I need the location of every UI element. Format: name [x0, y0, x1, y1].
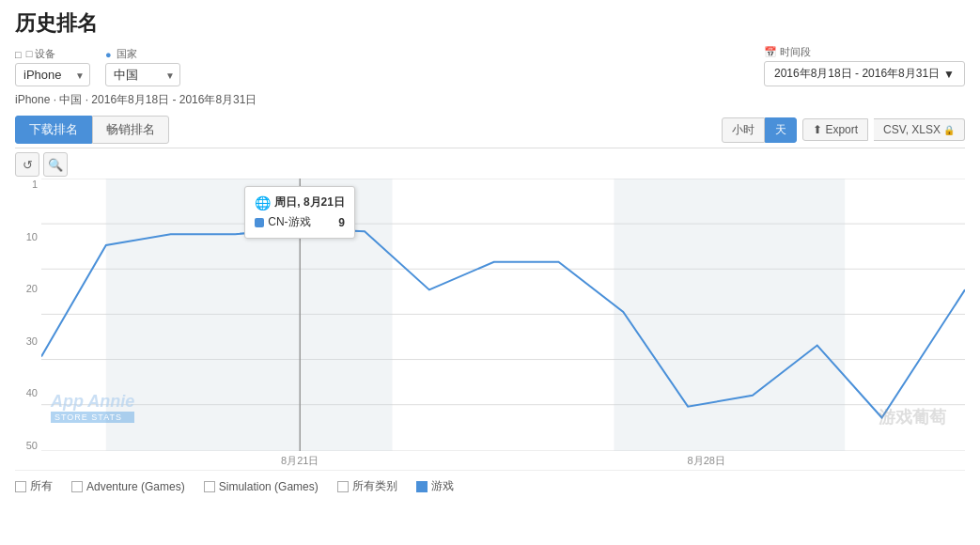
- chart-container: 1 10 20 30 40 50: [15, 179, 965, 470]
- y-label-30: 30: [26, 335, 38, 347]
- legend-checkbox-simulation: [204, 481, 215, 492]
- chart-subtitle: iPhone · 中国 · 2016年8月18日 - 2016年8月31日: [15, 92, 965, 108]
- legend-checkbox-adventure: [71, 481, 83, 492]
- legend-item-all[interactable]: 所有: [15, 478, 53, 494]
- date-range-control-group: 📅 时间段 2016年8月18日 - 2016年8月31日 ▼: [764, 45, 965, 86]
- csv-label: CSV, XLSX: [883, 123, 941, 136]
- chart-tools: ↺ 🔍: [15, 152, 965, 177]
- device-control-group: □ □ 设备 iPhone iPad ▼: [15, 47, 90, 86]
- svg-rect-9: [614, 179, 845, 451]
- legend-label-adventure: Adventure (Games): [86, 480, 185, 493]
- controls-left: □ □ 设备 iPhone iPad ▼ ● 国家: [15, 47, 180, 86]
- country-select-wrapper: 中国 美国 日本 ▼: [105, 63, 180, 86]
- chart-reset-button[interactable]: ↺: [15, 152, 39, 177]
- tooltip-globe-icon: 🌐: [255, 195, 271, 210]
- country-control-group: ● 国家 中国 美国 日本 ▼: [105, 47, 180, 86]
- legend-row: 所有 Adventure (Games) Simulation (Games) …: [15, 470, 965, 494]
- chart-zoom-button[interactable]: 🔍: [43, 152, 68, 177]
- legend-label-allcat: 所有类别: [352, 478, 397, 494]
- y-label-1: 1: [32, 179, 38, 190]
- legend-checkbox-allcat: [337, 481, 349, 492]
- country-label: ● 国家: [105, 47, 180, 61]
- controls-row: □ □ 设备 iPhone iPad ▼ ● 国家: [15, 45, 965, 86]
- tooltip-date: 🌐 周日, 8月21日: [255, 195, 345, 210]
- y-axis: 1 10 20 30 40 50: [15, 179, 41, 451]
- legend-label-all: 所有: [30, 478, 53, 494]
- date-range-value: 2016年8月18日 - 2016年8月31日: [774, 66, 940, 82]
- chart-tooltip: 🌐 周日, 8月21日 CN-游戏 9: [244, 186, 355, 239]
- time-day-button[interactable]: 天: [765, 117, 797, 143]
- device-label: □ □ 设备: [15, 47, 90, 61]
- country-icon: ●: [105, 49, 112, 60]
- date-range-button[interactable]: 2016年8月18日 - 2016年8月31日 ▼: [764, 61, 965, 86]
- date-range-label: 📅 时间段: [764, 45, 965, 59]
- legend-label-simulation: Simulation (Games): [219, 480, 319, 493]
- tooltip-item: CN-游戏 9: [255, 214, 345, 230]
- chart-svg: [41, 179, 965, 451]
- main-page: 历史排名 □ □ 设备 iPhone iPad ▼: [0, 0, 980, 504]
- legend-item-simulation[interactable]: Simulation (Games): [204, 480, 319, 493]
- csv-button[interactable]: CSV, XLSX 🔒: [874, 118, 965, 141]
- legend-label-games: 游戏: [431, 478, 454, 494]
- legend-checkbox-games: [416, 481, 428, 492]
- date-range-dropdown-icon: ▼: [943, 68, 955, 81]
- legend-item-adventure[interactable]: Adventure (Games): [71, 480, 185, 493]
- page-title: 历史排名: [15, 9, 965, 38]
- right-controls: 小时 天 ⬆ Export CSV, XLSX 🔒: [722, 117, 965, 143]
- tooltip-dot: [255, 218, 264, 227]
- y-label-50: 50: [26, 440, 38, 451]
- tab-download[interactable]: 下载排名: [15, 116, 92, 144]
- tab-export-row: 下载排名 畅销排名 小时 天 ⬆ Export CSV, XLSX 🔒: [15, 116, 965, 148]
- time-hour-button[interactable]: 小时: [722, 117, 765, 143]
- watermark-top: App Annie: [51, 392, 134, 412]
- y-label-20: 20: [26, 283, 38, 294]
- legend-checkbox-all: [15, 481, 26, 492]
- watermark-bot: STORE STATS: [51, 412, 134, 423]
- x-axis: 8月21日 8月28日: [41, 451, 965, 470]
- lock-icon: 🔒: [943, 125, 955, 135]
- export-button[interactable]: ⬆ Export: [802, 118, 868, 141]
- watermark-appannie: App Annie STORE STATS: [51, 392, 134, 423]
- country-select[interactable]: 中国 美国 日本: [105, 63, 180, 86]
- tab-trending[interactable]: 畅销排名: [92, 116, 169, 144]
- tooltip-item-value: 9: [338, 216, 345, 229]
- legend-item-games[interactable]: 游戏: [416, 478, 454, 494]
- y-label-40: 40: [26, 387, 38, 398]
- chart-plot: App Annie STORE STATS 游戏葡萄 🌐 周日, 8月21日 C…: [41, 179, 965, 451]
- device-icon: □: [15, 49, 22, 60]
- calendar-icon: 📅: [764, 46, 777, 58]
- tab-group: 下载排名 畅销排名: [15, 116, 169, 144]
- tooltip-item-name: CN-游戏: [268, 214, 310, 230]
- chart-area: 1 10 20 30 40 50: [15, 179, 965, 470]
- watermark-youxiputao: 游戏葡萄: [879, 406, 946, 428]
- time-btn-group: 小时 天: [722, 117, 797, 143]
- x-label-aug21: 8月21日: [281, 454, 319, 468]
- device-select-wrapper: iPhone iPad ▼: [15, 63, 90, 86]
- device-select[interactable]: iPhone iPad: [15, 63, 90, 86]
- legend-item-allcat[interactable]: 所有类别: [337, 478, 397, 494]
- x-label-aug28: 8月28日: [688, 454, 725, 468]
- y-label-10: 10: [26, 231, 38, 242]
